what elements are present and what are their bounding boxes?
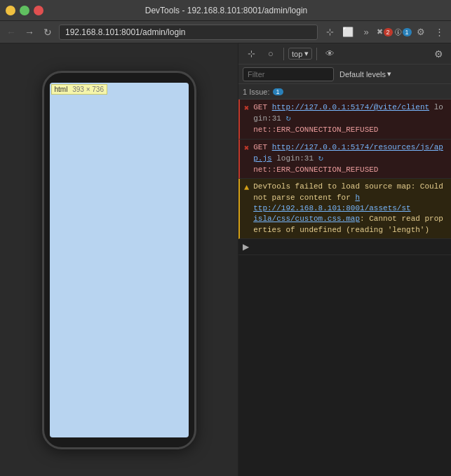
address-bar: ← → ↻ ⊹ ⬜ » ✖ 2 🛈 1 ⚙ ⋮	[0, 21, 451, 43]
more-icon[interactable]: ⋮	[431, 25, 447, 40]
devtools-toolbar: ⊹ ○ top ▾ 👁 ⚙	[238, 43, 451, 64]
error-badge-button[interactable]: ✖ 2	[377, 25, 392, 40]
address-input[interactable]	[59, 25, 318, 40]
console-message-1: ✖ GET http://127.0.0.1:5174/@vite/client…	[238, 100, 451, 140]
expand-row[interactable]: ▶	[238, 239, 451, 255]
warn-icon-1: ▲	[244, 182, 249, 194]
error-count-badge: 2	[384, 28, 393, 36]
reload-icon-2[interactable]: ↻	[318, 154, 323, 163]
title-bar: DevTools - 192.168.8.101:8001/admin/logi…	[0, 0, 451, 21]
chevron-down-icon: ▾	[387, 69, 391, 79]
error-icon-1: ✖	[244, 103, 249, 115]
settings-icon[interactable]: ⚙	[413, 25, 429, 40]
devtools-panel: ⊹ ○ top ▾ 👁 ⚙ Default levels ▾ 1 Issue: …	[238, 43, 451, 476]
error-icon-2: ✖	[244, 143, 249, 155]
console-message-3: ▲ DevTools failed to load source map: Co…	[238, 179, 451, 239]
msg-content-1: GET http://127.0.0.1:5174/@vite/client l…	[253, 102, 447, 136]
device-frame: html 393 × 736	[42, 71, 196, 449]
console-message-2: ✖ GET http://127.0.0.1:5174/resources/js…	[238, 140, 451, 179]
info-badge-button[interactable]: 🛈 1	[395, 25, 410, 40]
device-screen: html 393 × 736	[50, 83, 189, 437]
pointer-icon[interactable]: ⊹	[322, 25, 337, 40]
console-messages[interactable]: ✖ GET http://127.0.0.1:5174/@vite/client…	[238, 100, 451, 476]
top-selector[interactable]: top ▾	[288, 48, 312, 60]
pointer-tool-icon[interactable]: ⊹	[243, 46, 260, 62]
main-layout: html 393 × 736 ⊹ ○ top ▾ 👁 ⚙ Default lev…	[0, 43, 451, 476]
device-panel: html 393 × 736	[0, 43, 238, 476]
back-button[interactable]: ←	[4, 27, 18, 38]
forward-button[interactable]: →	[22, 27, 36, 38]
msg-content-2: GET http://127.0.0.1:5174/resources/js/a…	[253, 142, 447, 176]
separator-2	[316, 48, 317, 60]
expand-arrow-icon: ▶	[243, 242, 249, 252]
msg-content-3: DevTools failed to load source map: Coul…	[253, 182, 447, 236]
minimize-button[interactable]	[6, 6, 15, 15]
more-tools-icon[interactable]: »	[358, 25, 374, 40]
warning-link-1[interactable]: http://192.168.8.101:8001/assets/stisla/…	[253, 193, 410, 224]
devtools-settings-icon[interactable]: ⚙	[430, 46, 447, 62]
filter-input[interactable]	[243, 67, 334, 81]
chevron-down-icon: ▾	[304, 49, 309, 58]
eye-icon[interactable]: 👁	[321, 46, 338, 62]
filter-bar: Default levels ▾	[238, 64, 451, 84]
info-count-badge: 1	[403, 28, 412, 36]
window-title: DevTools - 192.168.8.101:8001/admin/logi…	[49, 6, 403, 15]
level-selector[interactable]: Default levels ▾	[339, 69, 391, 79]
device-toggle-icon[interactable]: ⬜	[340, 25, 356, 40]
close-button[interactable]	[34, 6, 43, 15]
issues-bar: 1 Issue: 1	[238, 84, 451, 100]
error-link-1[interactable]: http://127.0.0.1:5174/@vite/client	[272, 103, 429, 111]
circle-icon[interactable]: ○	[262, 46, 279, 62]
maximize-button[interactable]	[20, 6, 29, 15]
reload-icon-1[interactable]: ↻	[285, 114, 290, 123]
separator-1	[283, 48, 284, 60]
html-tag-label: html 393 × 736	[51, 84, 107, 95]
reload-button[interactable]: ↻	[41, 27, 55, 38]
issues-count-badge: 1	[273, 88, 283, 95]
